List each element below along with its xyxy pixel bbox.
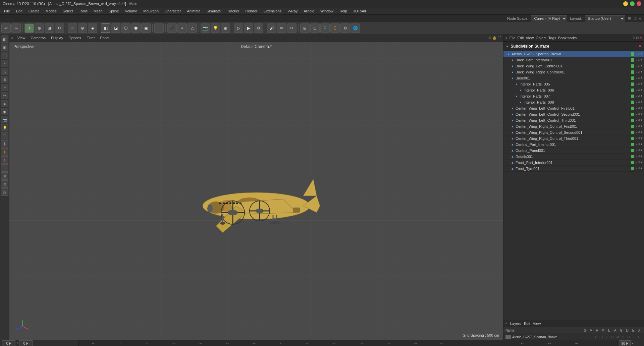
sidebar-line-icon[interactable]: ⌒ <box>1 132 8 139</box>
vp-menu-panel[interactable]: Panel <box>99 36 111 40</box>
obj-row-back-part[interactable]: ▲ Back_Part_Interior001 ✓✗✦ <box>503 57 644 63</box>
frame-field-2[interactable] <box>19 340 33 346</box>
cube-button[interactable]: ⬛ <box>167 23 177 33</box>
obj-row-base001[interactable]: ▲ Base001 ✓✗✦ <box>503 75 644 81</box>
menu-help[interactable]: Help <box>337 8 350 14</box>
sidebar-grid-icon[interactable]: ⊞ <box>1 76 8 83</box>
obj-close-icon[interactable]: ✕ <box>639 36 642 40</box>
subdiv-minimize-icon[interactable]: ─ <box>635 44 638 48</box>
edges-button[interactable]: ⬢ <box>131 23 141 33</box>
menu-spline[interactable]: Spline <box>106 8 122 14</box>
sculpt-tool[interactable]: ✏ <box>277 23 286 33</box>
obj-row-front-tyre[interactable]: ▲ Front_Tyre001 ✓✗✦ <box>503 166 644 172</box>
obj-menu-file[interactable]: File <box>509 36 516 40</box>
menu-tracker[interactable]: Tracker <box>224 8 242 14</box>
rotate-button[interactable]: ↻ <box>55 23 64 33</box>
maximize-button[interactable] <box>630 1 635 6</box>
sidebar-extra-icon[interactable]: ◎ <box>1 188 8 196</box>
python-button[interactable]: P <box>320 23 330 33</box>
obj-menu-tags[interactable]: Tags <box>548 36 556 40</box>
sidebar-checkerboard-icon[interactable]: ▣ <box>1 44 8 51</box>
sidebar-cone-icon[interactable]: △ <box>1 68 8 75</box>
render-button[interactable]: ▶ <box>244 23 253 33</box>
close-button[interactable] <box>637 1 641 6</box>
sidebar-hatch-icon[interactable]: ⊞ <box>1 172 8 180</box>
vp-menu-options[interactable]: Options <box>67 36 83 40</box>
browser-button[interactable]: 🌐 <box>351 23 360 33</box>
sidebar-cube-icon[interactable]: ⬛ <box>1 52 8 59</box>
add-button[interactable]: + <box>154 23 164 33</box>
obj-row-interior007[interactable]: ▲ Interior_Parts_007 ✓✗✦ <box>503 93 644 99</box>
menu-mesh[interactable]: Mesh <box>91 8 105 14</box>
obj-row-interior005[interactable]: ▲ Interior_Parts_005 ✓✗✦ <box>503 81 644 87</box>
obj-row-cwlcf001[interactable]: ▲ Center_Wing_Left_Control_First001 ✓✗✦ <box>503 105 644 111</box>
undo-button[interactable]: ↩ <box>1 23 11 33</box>
sidebar-dollar3-icon[interactable]: $ <box>1 156 8 164</box>
obj-row-control-panel[interactable]: ▲ Control_Panel001 ✓✗✦ <box>503 148 644 154</box>
grid-button[interactable]: ⊞ <box>300 23 310 33</box>
sidebar-model-icon[interactable]: ◧ <box>1 36 8 43</box>
obj-row-interior006[interactable]: ▲ Interior_Parts_006 ✓✗✦ <box>503 87 644 93</box>
obj-row-front-part[interactable]: ▲ Front_Part_Interior001 ✓✗✦ <box>503 160 644 166</box>
frame-end-input[interactable] <box>619 340 631 346</box>
menu-select[interactable]: Select <box>60 8 76 14</box>
obj-row-cwrct001[interactable]: ▲ Center_Wing_Right_Control_Third001 ✓✗✦ <box>503 135 644 141</box>
obj-row-back-wing-right[interactable]: ▲ Back_Wing_Right_Control001 ✓✗✦ <box>503 69 644 75</box>
mesh-button[interactable]: ◪ <box>111 23 120 33</box>
vp-menu-filter[interactable]: Filter <box>85 36 96 40</box>
render-settings[interactable]: ⚙ <box>254 23 263 33</box>
obj-row-interior008[interactable]: ▲ Interior_Parts_008 ✓✗✦ <box>503 99 644 105</box>
vp-menu-cameras[interactable]: Cameras <box>30 36 47 40</box>
sidebar-dollar2-icon[interactable]: $ <box>1 148 8 156</box>
object-axis-button[interactable]: ○ <box>68 23 77 33</box>
menu-edit[interactable]: Edit <box>13 8 25 14</box>
sidebar-light-icon[interactable]: 💡 <box>1 124 8 131</box>
menu-create[interactable]: Create <box>26 8 42 14</box>
model-button[interactable]: ◧ <box>101 23 110 33</box>
sidebar-sphere-icon[interactable]: ⚬ <box>1 60 8 67</box>
render-preview[interactable]: ▷ <box>234 23 243 33</box>
layer-row[interactable]: Alenia_C-27J_Spartan_Brown □ □ □ □ □ ◎ □… <box>503 334 644 340</box>
menu-file[interactable]: File <box>1 8 13 14</box>
menu-render[interactable]: Render <box>243 8 260 14</box>
subdiv-close-icon[interactable]: ✕ <box>639 44 641 48</box>
layers-view-menu[interactable]: View <box>533 322 541 326</box>
paint-tool[interactable]: 🖌 <box>267 23 276 33</box>
vp-lock-icon[interactable]: 🔒 <box>492 36 496 40</box>
sidebar-dollar-icon[interactable]: $ <box>1 140 8 148</box>
obj-menu-edit[interactable]: Edit <box>518 36 524 40</box>
layout-select[interactable]: Startup (User) <box>585 15 625 21</box>
menu-tools[interactable]: Tools <box>76 8 90 14</box>
menu-vray[interactable]: V-Ray <box>285 8 300 14</box>
obj-row-cwrcf001[interactable]: ▲ Center_Wing_Right_Control_First001 ✓✗✦ <box>503 123 644 129</box>
obj-row-details001[interactable]: ▲ Details001 ✓✗✦ <box>503 154 644 160</box>
obj-menu-bookmarks[interactable]: Bookmarks <box>558 36 577 40</box>
menu-extensions[interactable]: Extensions <box>261 8 284 14</box>
live-select-button[interactable]: ✛ <box>24 23 34 33</box>
obj-menu-view[interactable]: View <box>526 36 534 40</box>
obj-row-alenia[interactable]: ▲ Alenia_C-27J_Spartan_Brown ✓ ✗ ✦ <box>503 51 644 57</box>
vp-menu-view[interactable]: View <box>16 36 27 40</box>
sidebar-tag-icon[interactable]: ◉ <box>1 108 8 115</box>
obj-row-cwrcs001[interactable]: ▲ Center_Wing_Right_Control_Second001 ✓✗… <box>503 129 644 135</box>
obj-row-cwlcs001[interactable]: ▲ Center_Wing_Left_Control_Second001 ✓✗✦ <box>503 111 644 117</box>
sphere-button[interactable]: ⚬ <box>177 23 187 33</box>
snap-button[interactable]: ⊡ <box>310 23 320 33</box>
menu-volume[interactable]: Volume <box>122 8 140 14</box>
menu-modes[interactable]: Modes <box>43 8 59 14</box>
material-button[interactable]: ◉ <box>221 23 230 33</box>
menu-3dtoall[interactable]: 3DToAll <box>351 8 369 14</box>
menu-character[interactable]: Character <box>162 8 183 14</box>
sidebar-spline-icon[interactable]: ～ <box>1 84 8 91</box>
move-button[interactable]: ⊕ <box>35 23 44 33</box>
camera-button[interactable]: 📷 <box>201 23 210 33</box>
parent-button[interactable]: ◈ <box>88 23 97 33</box>
viewport[interactable]: Perspective Default Camera.* Grid Spacin… <box>9 42 503 340</box>
menu-mograph[interactable]: MoGraph <box>141 8 161 14</box>
layers-edit-menu[interactable]: Edit <box>524 322 530 326</box>
points-button[interactable]: ⬡ <box>121 23 130 33</box>
menu-animate[interactable]: Animate <box>184 8 203 14</box>
layers-menu[interactable]: Layers <box>510 322 521 326</box>
redo-button[interactable]: ↪ <box>11 23 21 33</box>
poly-button[interactable]: ▣ <box>141 23 151 33</box>
